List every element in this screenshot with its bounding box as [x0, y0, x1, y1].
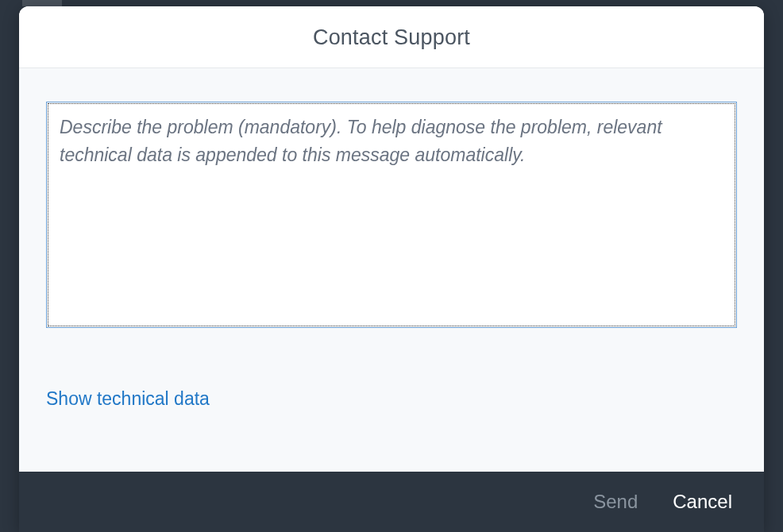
background-tab-fragment: [22, 0, 62, 6]
problem-description-textarea[interactable]: [48, 104, 735, 326]
dialog-body: Show technical data: [19, 68, 764, 472]
contact-support-dialog: Contact Support Show technical data Send…: [19, 6, 764, 532]
show-technical-data-link[interactable]: Show technical data: [46, 388, 210, 410]
dialog-title: Contact Support: [19, 25, 764, 50]
problem-textarea-wrapper: [46, 102, 737, 328]
dialog-header: Contact Support: [19, 6, 764, 68]
send-button[interactable]: Send: [593, 491, 638, 513]
dialog-footer: Send Cancel: [19, 472, 764, 532]
cancel-button[interactable]: Cancel: [673, 491, 732, 513]
